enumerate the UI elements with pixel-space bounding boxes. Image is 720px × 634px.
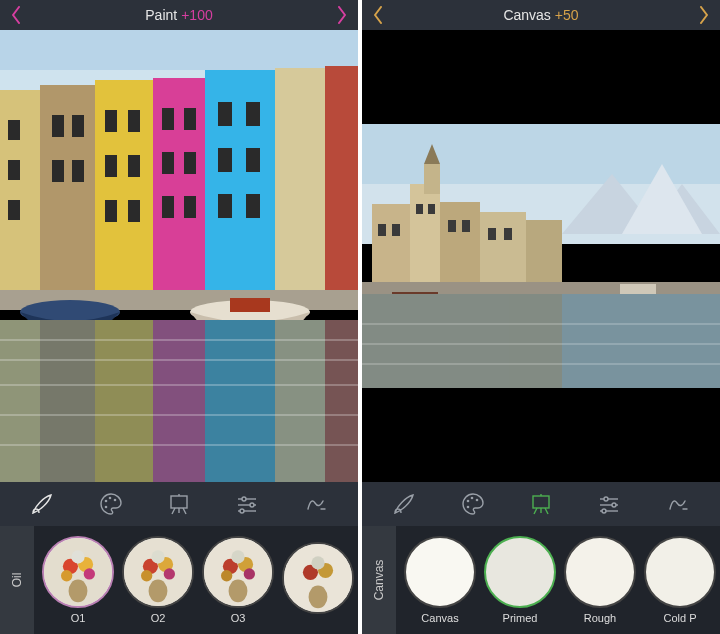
preset-list[interactable]: Canvas Primed Rough Cold P — [396, 526, 720, 634]
canvas-tool[interactable] — [521, 484, 561, 524]
svg-line-57 — [172, 508, 175, 514]
svg-rect-104 — [392, 224, 400, 236]
signature-tool[interactable] — [658, 484, 698, 524]
svg-rect-42 — [153, 320, 205, 482]
brush-icon — [391, 491, 417, 517]
header-title: Canvas +50 — [503, 7, 578, 23]
preset-item[interactable]: Canvas — [404, 536, 476, 624]
svg-point-51 — [104, 500, 107, 503]
svg-point-54 — [104, 506, 107, 509]
header-title: Paint +100 — [145, 7, 212, 23]
back-button[interactable] — [10, 5, 22, 25]
preset-item[interactable]: Rough — [564, 536, 636, 624]
preset-item[interactable]: O1 — [42, 536, 114, 624]
preset-item[interactable]: O2 — [122, 536, 194, 624]
svg-point-133 — [612, 503, 616, 507]
svg-point-121 — [466, 500, 469, 503]
preset-label: O3 — [231, 612, 246, 624]
svg-line-58 — [183, 508, 186, 514]
preset-item[interactable] — [282, 542, 354, 618]
svg-rect-15 — [72, 160, 84, 182]
svg-point-81 — [229, 580, 248, 603]
sliders-icon — [234, 491, 260, 517]
header: Canvas +50 — [362, 0, 720, 30]
svg-rect-107 — [448, 220, 456, 232]
svg-rect-17 — [128, 110, 140, 132]
toolbar — [0, 482, 358, 526]
forward-button[interactable] — [336, 5, 348, 25]
svg-rect-23 — [184, 108, 196, 130]
svg-point-122 — [470, 497, 473, 500]
preset-thumb — [122, 536, 194, 608]
svg-rect-14 — [52, 160, 64, 182]
signature-tool[interactable] — [296, 484, 336, 524]
preset-item[interactable]: Cold P — [644, 536, 716, 624]
svg-rect-110 — [504, 228, 512, 240]
palette-icon — [460, 491, 486, 517]
canvas-tool[interactable] — [159, 484, 199, 524]
right-screen: Canvas +50 — [362, 0, 720, 634]
svg-point-63 — [250, 503, 254, 507]
header: Paint +100 — [0, 0, 358, 30]
palette-icon — [98, 491, 124, 517]
svg-rect-10 — [8, 160, 20, 180]
adjustments-tool[interactable] — [589, 484, 629, 524]
signature-icon — [665, 491, 691, 517]
svg-point-91 — [311, 556, 324, 569]
svg-rect-39 — [0, 320, 40, 482]
preset-label: Cold P — [663, 612, 696, 624]
svg-point-65 — [240, 509, 244, 513]
svg-rect-27 — [184, 196, 196, 218]
brush-tool[interactable] — [22, 484, 62, 524]
svg-rect-116 — [362, 294, 562, 388]
image-canvas[interactable] — [0, 30, 358, 482]
svg-rect-6 — [205, 70, 275, 300]
preset-category-tab[interactable]: Oil — [0, 526, 34, 634]
svg-rect-26 — [162, 196, 174, 218]
svg-rect-98 — [424, 164, 440, 194]
svg-rect-101 — [480, 212, 526, 284]
palette-tool[interactable] — [453, 484, 493, 524]
svg-point-53 — [113, 499, 116, 502]
svg-point-74 — [149, 580, 168, 603]
svg-rect-43 — [205, 320, 275, 482]
preset-label: O2 — [151, 612, 166, 624]
svg-rect-45 — [325, 320, 358, 482]
svg-rect-37 — [230, 298, 270, 312]
svg-rect-7 — [275, 68, 325, 300]
image-canvas[interactable] — [362, 30, 720, 482]
svg-point-70 — [71, 550, 84, 563]
svg-rect-96 — [372, 204, 410, 284]
forward-button[interactable] — [698, 5, 710, 25]
preset-item[interactable]: O3 — [202, 536, 274, 624]
preset-label: Primed — [503, 612, 538, 624]
svg-rect-41 — [95, 320, 153, 482]
preset-thumb — [644, 536, 716, 608]
preset-list[interactable]: O1 O2 O3 — [34, 526, 358, 634]
svg-rect-9 — [8, 120, 20, 140]
svg-rect-44 — [275, 320, 325, 482]
preset-item[interactable]: Primed — [484, 536, 556, 624]
svg-point-86 — [221, 570, 232, 581]
svg-point-77 — [151, 550, 164, 563]
brush-tool[interactable] — [384, 484, 424, 524]
svg-rect-3 — [40, 85, 95, 300]
svg-point-71 — [84, 568, 95, 579]
preset-strip: Canvas Canvas Primed Rough Cold P — [362, 526, 720, 634]
preset-category-tab[interactable]: Canvas — [362, 526, 396, 634]
svg-line-127 — [534, 508, 537, 514]
title-label: Canvas — [503, 7, 550, 23]
preset-category-label: Oil — [10, 573, 24, 588]
svg-rect-16 — [105, 110, 117, 132]
svg-rect-28 — [218, 102, 232, 126]
svg-rect-22 — [162, 108, 174, 130]
svg-rect-25 — [184, 152, 196, 174]
adjustments-tool[interactable] — [227, 484, 267, 524]
svg-point-79 — [141, 570, 152, 581]
palette-tool[interactable] — [91, 484, 131, 524]
back-button[interactable] — [372, 5, 384, 25]
left-screen: Paint +100 — [0, 0, 358, 634]
preset-thumb — [484, 536, 556, 608]
preset-thumb — [404, 536, 476, 608]
svg-rect-106 — [428, 204, 435, 214]
